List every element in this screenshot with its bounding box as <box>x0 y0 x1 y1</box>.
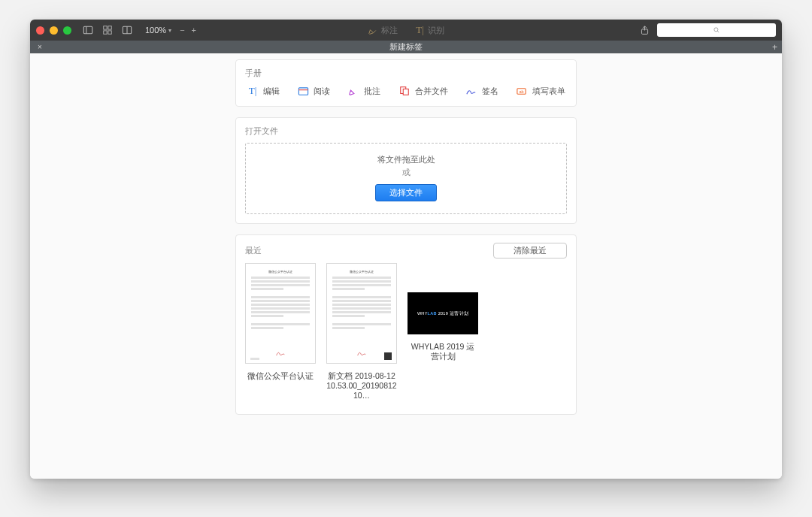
tabbar: × 新建标签 + <box>30 41 782 53</box>
tool-merge-label: 合并文件 <box>415 86 448 97</box>
tool-sign[interactable]: 签名 <box>465 85 498 97</box>
text-cursor-icon: T| <box>416 24 424 36</box>
recent-panel: 最近 清除最近 微信公众平台认证 <box>235 234 577 415</box>
zoom-out-button[interactable]: − <box>180 26 184 35</box>
search-input[interactable] <box>657 23 776 37</box>
choose-file-button[interactable]: 选择文件 <box>375 184 437 201</box>
recent-item[interactable]: 微信公众平台认证 新文档 2019-08-12 10.53.00_2019081… <box>326 263 397 401</box>
read-icon <box>297 85 309 97</box>
tool-fillform-label: 填写表单 <box>532 86 565 97</box>
tool-row: T| 编辑 阅读 批注 <box>245 85 567 97</box>
clear-recent-button[interactable]: 清除最近 <box>493 243 567 258</box>
zoom-value: 100% <box>145 26 166 35</box>
left-toolbar-group: 100% ▾ − + <box>82 24 196 36</box>
whylab-thumb-text: WHYLAB 2019 运营计划 <box>417 311 468 316</box>
manual-panel: 手册 T| 编辑 阅读 <box>235 59 577 107</box>
tool-sign-label: 签名 <box>482 86 498 97</box>
document-thumbnail: 微信公众平台认证 <box>326 263 397 364</box>
zoom-control[interactable]: 100% ▾ − + <box>145 26 196 35</box>
share-icon[interactable] <box>640 26 650 35</box>
thumbnails-icon[interactable] <box>102 24 114 36</box>
tool-merge[interactable]: 合并文件 <box>398 85 448 97</box>
tool-read[interactable]: 阅读 <box>297 85 330 97</box>
fullscreen-window-button[interactable] <box>63 26 71 35</box>
zoom-in-button[interactable]: + <box>192 26 196 35</box>
svg-rect-0 <box>83 26 92 34</box>
recent-title: 最近 <box>245 245 262 256</box>
ocr-mode-label: 识别 <box>428 25 444 36</box>
tool-edit[interactable]: T| 编辑 <box>247 85 280 97</box>
openfile-panel: 打开文件 将文件拖至此处 或 选择文件 <box>235 117 577 224</box>
sidebar-toggle-icon[interactable] <box>82 24 94 36</box>
tool-fillform[interactable]: ab 填写表单 <box>516 85 565 97</box>
content-area: 手册 T| 编辑 阅读 <box>30 53 782 479</box>
openfile-title: 打开文件 <box>245 125 567 137</box>
minimize-window-button[interactable] <box>50 26 58 35</box>
app-window: 100% ▾ − + 标注 T| 识别 <box>30 20 782 479</box>
close-window-button[interactable] <box>36 26 44 35</box>
svg-rect-2 <box>104 26 107 29</box>
annotate-icon <box>347 85 359 97</box>
dropzone-text: 将文件拖至此处 <box>253 154 559 165</box>
recent-item[interactable]: 微信公众平台认证 微信公众平台认证 <box>245 263 316 381</box>
svg-rect-15 <box>403 89 408 95</box>
chevron-down-icon: ▾ <box>168 27 171 34</box>
document-thumbnail: 微信公众平台认证 <box>245 263 316 364</box>
pen-icon <box>368 26 377 35</box>
ocr-mode-button[interactable]: T| 识别 <box>416 24 444 36</box>
window-controls <box>36 26 71 35</box>
tool-edit-label: 编辑 <box>263 86 280 97</box>
annotate-mode-label: 标注 <box>381 25 398 36</box>
titlebar: 100% ▾ − + 标注 T| 识别 <box>30 20 782 41</box>
recent-item-label: WHYLAB 2019 运营计划 <box>408 342 478 361</box>
svg-line-8 <box>374 30 376 32</box>
titlebar-right <box>640 23 776 37</box>
svg-rect-5 <box>108 31 111 34</box>
file-dropzone[interactable]: 将文件拖至此处 或 选择文件 <box>245 143 567 214</box>
svg-rect-3 <box>108 26 111 29</box>
svg-rect-12 <box>298 87 308 94</box>
svg-rect-4 <box>104 31 107 34</box>
merge-icon <box>398 85 411 97</box>
tool-annotate-label: 批注 <box>364 86 380 97</box>
annotate-mode-button[interactable]: 标注 <box>368 25 398 36</box>
new-tab-button[interactable]: + <box>772 42 777 53</box>
dropzone-or: 或 <box>253 167 559 178</box>
tool-read-label: 阅读 <box>314 86 330 97</box>
recent-item-label: 微信公众平台认证 <box>247 371 314 381</box>
document-thumbnail: WHYLAB 2019 运营计划 <box>408 292 478 334</box>
svg-line-11 <box>717 31 719 32</box>
recent-item-label: 新文档 2019-08-12 10.53.00_2019081210… <box>326 371 397 401</box>
recent-item[interactable]: WHYLAB 2019 运营计划 WHYLAB 2019 运营计划 <box>408 263 478 361</box>
svg-text:ab: ab <box>520 89 524 93</box>
titlebar-modes: 标注 T| 识别 <box>368 24 444 36</box>
close-tab-button[interactable]: × <box>33 43 47 51</box>
layout-icon[interactable] <box>121 24 133 36</box>
svg-point-10 <box>714 28 718 32</box>
tool-annotate[interactable]: 批注 <box>347 85 380 97</box>
fillform-icon: ab <box>516 85 528 97</box>
manual-title: 手册 <box>245 68 567 79</box>
edit-icon: T| <box>247 85 259 97</box>
tab-label[interactable]: 新建标签 <box>389 41 423 53</box>
sign-icon <box>465 85 477 97</box>
recent-grid: 微信公众平台认证 微信公众平台认证 微信 <box>245 263 567 401</box>
